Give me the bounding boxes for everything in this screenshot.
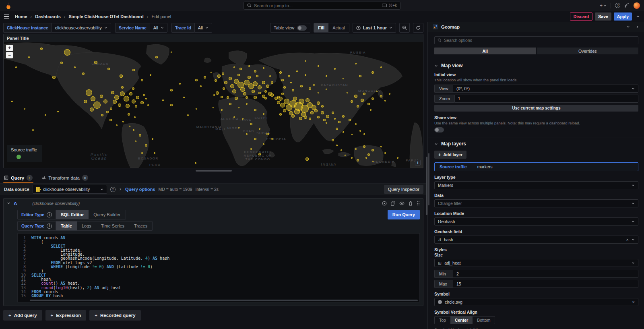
sql-line[interactable]: 8 WHERE (Longitude != 0) AND (Latitude !… xyxy=(18,265,419,269)
zoom-field-input[interactable]: 1 xyxy=(454,95,638,103)
editor-scrollbar[interactable] xyxy=(30,300,418,301)
global-search[interactable]: ⌘+k xyxy=(244,2,400,10)
map-attribution-info-icon[interactable]: i xyxy=(415,160,421,166)
chevron-down-icon xyxy=(603,4,607,7)
variable-value-dropdown[interactable]: All xyxy=(194,23,212,33)
query-options-toggle[interactable]: Query options xyxy=(125,187,155,192)
apply-button[interactable]: Apply xyxy=(614,12,632,21)
location-mode-select[interactable]: Geohash xyxy=(434,217,638,226)
traces-option[interactable]: Traces xyxy=(129,221,152,230)
expression-button[interactable]: +Expression xyxy=(45,310,87,321)
actual-option[interactable]: Actual xyxy=(328,23,349,32)
sql-line[interactable]: 9 ) xyxy=(18,269,419,273)
help-icon[interactable]: ? xyxy=(615,3,620,8)
tab-transform-data[interactable]: Transform data 0 xyxy=(41,173,89,183)
table-option[interactable]: Table xyxy=(56,221,77,230)
data-select[interactable]: Change filter xyxy=(434,199,638,207)
datasource-picker[interactable]: clickhouse-observability xyxy=(33,185,107,194)
breadcrumb-home[interactable]: Home xyxy=(15,14,27,19)
zoom-out-time-icon[interactable] xyxy=(399,23,410,33)
options-search-input[interactable] xyxy=(444,38,635,43)
query-help-icon[interactable] xyxy=(382,201,387,206)
query-builder-option[interactable]: Query Builder xyxy=(89,210,125,219)
drag-handle-icon[interactable] xyxy=(417,201,420,206)
share-view-toggle[interactable] xyxy=(434,127,444,132)
menu-toggle-icon[interactable] xyxy=(4,14,9,19)
geohash-field-select[interactable]: A hash × xyxy=(434,236,638,244)
section-map-view[interactable]: Map view xyxy=(434,63,638,68)
save-button[interactable]: Save xyxy=(595,12,611,21)
add-layer-button[interactable]: +Add layer xyxy=(434,151,466,159)
clear-field-icon[interactable]: × xyxy=(626,237,629,242)
variable-value-dropdown[interactable]: clickhouse-observability xyxy=(52,23,111,33)
close-pane-icon[interactable] xyxy=(636,25,639,29)
geomap-canvas[interactable]: CANADARUSSIAKAZAKHSTANMONGOLIAALGERIALIB… xyxy=(4,42,423,168)
sql-editor-option[interactable]: SQL Editor xyxy=(56,210,89,219)
sql-line[interactable]: 13 round(log10(heat), 2) AS adj_heat xyxy=(18,286,419,290)
map-zoom-out-button[interactable]: − xyxy=(6,52,13,58)
info-icon[interactable]: i xyxy=(47,212,52,217)
discard-button[interactable]: Discard xyxy=(570,12,593,21)
min-field-input[interactable]: 2 xyxy=(453,270,638,278)
add-new-button[interactable]: + xyxy=(600,3,607,8)
user-avatar[interactable] xyxy=(634,2,640,9)
variable-value-dropdown[interactable]: All xyxy=(150,23,167,33)
grafana-logo-icon[interactable] xyxy=(5,2,12,9)
tab-query[interactable]: Query 1 xyxy=(3,173,33,183)
time-series-option[interactable]: Time Series xyxy=(96,221,129,230)
sql-line[interactable]: 15GROUP BY hash xyxy=(18,294,419,298)
panel-type-name[interactable]: Geomap xyxy=(441,25,460,29)
breadcrumb-dashboards[interactable]: Dashboards xyxy=(35,14,61,19)
view-field-select[interactable]: (0°, 0°) xyxy=(453,85,638,93)
collapse-query-icon[interactable] xyxy=(7,201,10,205)
map-zoom-in-button[interactable]: + xyxy=(6,45,13,51)
map-marker xyxy=(128,113,130,116)
sql-line[interactable]: 14FROM coords xyxy=(18,290,419,294)
options-pane-scrollbar[interactable] xyxy=(428,153,429,205)
clear-symbol-icon[interactable]: × xyxy=(632,300,635,304)
sql-line[interactable]: 1WITH coords AS xyxy=(18,236,419,240)
sql-line[interactable]: 10SELECT xyxy=(18,273,419,277)
sql-editor[interactable]: 1WITH coords AS2 (3 SELECT4 Latitude,5 L… xyxy=(17,233,420,302)
refresh-icon[interactable] xyxy=(413,23,423,33)
logs-option[interactable]: Logs xyxy=(77,221,96,230)
max-field-input[interactable]: 15 xyxy=(453,280,638,288)
map-marker xyxy=(263,113,264,115)
map-marker xyxy=(200,85,202,87)
layer-type-select[interactable]: Markers xyxy=(434,181,638,189)
search-input[interactable] xyxy=(254,3,380,8)
collapse-options-icon[interactable] xyxy=(636,14,640,19)
align-bottom-option[interactable]: Bottom xyxy=(473,317,495,324)
delete-query-icon[interactable] xyxy=(409,201,413,206)
breadcrumb-dashboard-name[interactable]: Simple ClickHouse OTel Dashboard xyxy=(68,14,143,19)
time-range-picker[interactable]: Last 1 hour xyxy=(353,23,396,33)
hide-query-icon[interactable] xyxy=(399,201,405,205)
run-query-button[interactable]: Run Query xyxy=(388,210,420,219)
sql-line[interactable]: 2 ( xyxy=(18,240,419,244)
options-search[interactable] xyxy=(434,36,638,44)
size-field-select[interactable]: ⊞ adj_heat xyxy=(434,259,638,267)
tab-all[interactable]: All xyxy=(434,48,536,54)
panel-title[interactable]: Panel Title xyxy=(4,34,423,42)
symbol-select[interactable]: circle.svg × xyxy=(434,298,638,306)
layer-item-source-traffic[interactable]: Source traffic markers xyxy=(434,162,638,171)
tab-overrides[interactable]: Overrides xyxy=(537,48,639,54)
table-view-toggle[interactable] xyxy=(297,25,307,31)
panel-resize-handle[interactable] xyxy=(196,170,232,172)
info-icon[interactable]: i xyxy=(47,223,52,229)
chevron-down-icon[interactable] xyxy=(626,25,630,29)
recorded-query-button[interactable]: +Recorded query xyxy=(89,310,140,321)
section-map-layers[interactable]: Map layers xyxy=(434,141,638,147)
align-top-option[interactable]: Top xyxy=(435,317,450,324)
duplicate-query-icon[interactable] xyxy=(391,201,395,206)
chevron-right-icon[interactable] xyxy=(119,188,122,191)
add-query-button[interactable]: +Add query xyxy=(3,310,42,321)
news-icon[interactable] xyxy=(624,3,630,8)
query-inspector-button[interactable]: Query Inspector xyxy=(384,185,423,194)
datasource-help-icon[interactable]: ? xyxy=(110,187,116,192)
query-header-row[interactable]: A (clickhouse-observability) xyxy=(4,199,423,208)
use-current-map-settings-button[interactable]: Use current map settings xyxy=(434,105,638,112)
align-center-option[interactable]: Center xyxy=(450,317,473,324)
fill-option[interactable]: Fill xyxy=(314,23,328,32)
map-marker xyxy=(355,63,357,64)
